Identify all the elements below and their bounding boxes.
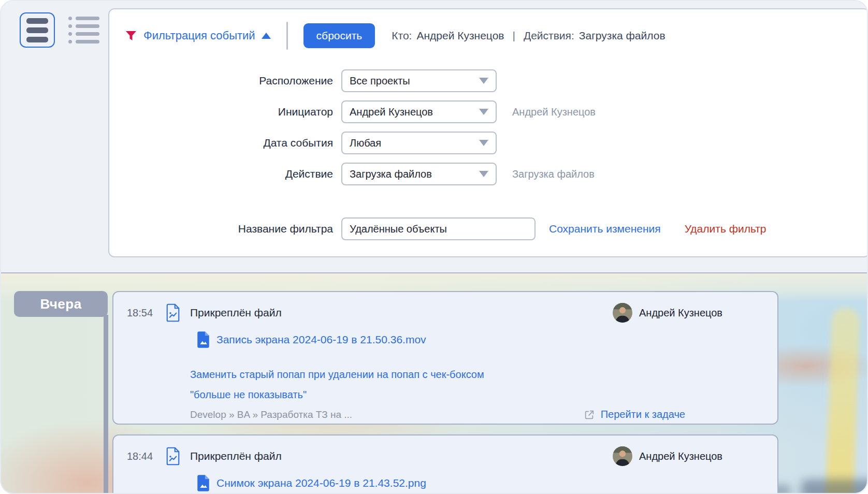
task-description-line: "больше не показывать" [190, 385, 764, 405]
action-dropdown-value: Загрузка файлов [350, 168, 432, 180]
chevron-down-icon [479, 140, 488, 146]
event-list: 18:54 Прикреплён файл [112, 291, 778, 494]
action-label: Действие [125, 168, 341, 180]
task-description: Заменить старый попап при удалении на по… [190, 365, 764, 405]
filter-panel-header: Фильтрация событий сбросить Кто: Андрей … [125, 23, 868, 49]
filter-collapse-toggle[interactable]: Фильтрация событий [143, 29, 271, 42]
initiator-row: Инициатор Андрей Кузнецов Андрей Кузнецо… [125, 100, 868, 123]
location-dropdown[interactable]: Все проекты [341, 69, 497, 92]
actions-value: Загрузка файлов [579, 30, 666, 42]
event-card-header: 18:54 Прикреплён файл [127, 302, 764, 323]
action-row: Действие Загрузка файлов Загрузка файлов [125, 163, 868, 185]
initiator-label: Инициатор [125, 106, 341, 118]
who-label: Кто: [392, 30, 412, 42]
avatar [613, 303, 632, 323]
event-title: Прикреплён файл [190, 307, 282, 319]
active-filters-summary: Кто: Андрей Кузнецов | Действия: Загрузк… [392, 30, 665, 42]
filter-name-label: Название фильтра [125, 223, 341, 235]
file-link[interactable]: Снимок экрана 2024-06-19 в 21.43.52.png [190, 475, 764, 491]
event-time: 18:54 [127, 307, 165, 319]
attached-file-icon [165, 447, 181, 466]
save-changes-link[interactable]: Сохранить изменения [549, 223, 661, 235]
breadcrumb: Develop » BA » Разработка ТЗ на ... [190, 409, 584, 420]
goto-task-label: Перейти к задаче [601, 409, 685, 420]
location-dropdown-value: Все проекты [350, 75, 410, 87]
caret-up-icon [262, 33, 271, 39]
user-name: Андрей Кузнецов [639, 307, 722, 319]
action-dropdown[interactable]: Загрузка файлов [341, 163, 497, 185]
app-window: Фильтрация событий сбросить Кто: Андрей … [0, 0, 868, 494]
summary-separator: | [512, 30, 515, 42]
initiator-side-text: Андрей Кузнецов [512, 106, 596, 118]
event-date-label: Дата события [125, 137, 341, 149]
event-card-footer: Develop » BA » Разработка ТЗ на ... Пере… [190, 409, 764, 420]
card-view-toggle[interactable] [20, 12, 55, 48]
event-card-header: 18:44 Прикреплён файл [127, 446, 764, 467]
delete-filter-link[interactable]: Удалить фильтр [685, 223, 766, 235]
filter-panel: Фильтрация событий сбросить Кто: Андрей … [108, 8, 868, 257]
view-toggles [20, 12, 102, 48]
filter-title-label: Фильтрация событий [143, 29, 255, 42]
file-type-icon [196, 331, 210, 348]
event-card-body: Снимок экрана 2024-06-19 в 21.43.52.png [190, 475, 764, 491]
reset-filters-button[interactable]: сбросить [303, 23, 375, 48]
chevron-down-icon [479, 109, 488, 115]
attached-file-icon [165, 303, 181, 322]
event-card: 18:54 Прикреплён файл [112, 291, 778, 425]
card-view-icon [26, 18, 48, 24]
event-date-row: Дата события Любая [125, 132, 868, 154]
event-date-dropdown-value: Любая [350, 137, 381, 149]
filter-form: Расположение Все проекты Инициатор Андре… [125, 69, 868, 240]
external-link-icon [584, 409, 595, 420]
task-description-line: Заменить старый попап при удалении на по… [190, 365, 764, 385]
initiator-dropdown-value: Андрей Кузнецов [350, 106, 433, 118]
file-link-label: Снимок экрана 2024-06-19 в 21.43.52.png [216, 477, 426, 489]
header-divider [286, 22, 288, 50]
user-name: Андрей Кузнецов [639, 451, 722, 462]
file-link[interactable]: Запись экрана 2024-06-19 в 21.50.36.mov [190, 331, 764, 348]
event-date-dropdown[interactable]: Любая [341, 132, 497, 154]
event-time: 18:44 [127, 451, 165, 462]
filter-name-row: Название фильтра Сохранить изменения Уда… [125, 217, 868, 240]
chevron-down-icon [479, 171, 488, 177]
action-side-text: Загрузка файлов [512, 168, 595, 180]
actions-label: Действия: [524, 30, 574, 42]
background-photo [801, 480, 867, 494]
goto-task-link[interactable]: Перейти к задаче [584, 409, 685, 420]
file-link-label: Запись экрана 2024-06-19 в 21.50.36.mov [216, 333, 426, 346]
file-type-icon [196, 475, 210, 491]
filter-section: Фильтрация событий сбросить Кто: Андрей … [1, 1, 867, 273]
chevron-down-icon [479, 78, 488, 84]
events-section: Вчера 18:54 Прикреплён файл [1, 273, 867, 494]
filter-funnel-icon [125, 30, 137, 42]
list-view-icon [68, 17, 99, 20]
event-title: Прикреплён файл [190, 450, 282, 462]
event-card: 18:44 Прикреплён файл [112, 434, 778, 494]
day-badge: Вчера [14, 291, 108, 317]
initiator-dropdown[interactable]: Андрей Кузнецов [341, 100, 497, 123]
who-value: Андрей Кузнецов [416, 30, 504, 42]
list-view-toggle[interactable] [66, 14, 102, 46]
avatar [613, 446, 632, 466]
location-label: Расположение [125, 75, 341, 87]
background-photo [825, 307, 860, 494]
timeline-strip [104, 315, 108, 494]
filter-name-input[interactable] [341, 217, 536, 240]
location-row: Расположение Все проекты [125, 69, 868, 92]
event-card-body: Запись экрана 2024-06-19 в 21.50.36.mov … [190, 331, 764, 420]
